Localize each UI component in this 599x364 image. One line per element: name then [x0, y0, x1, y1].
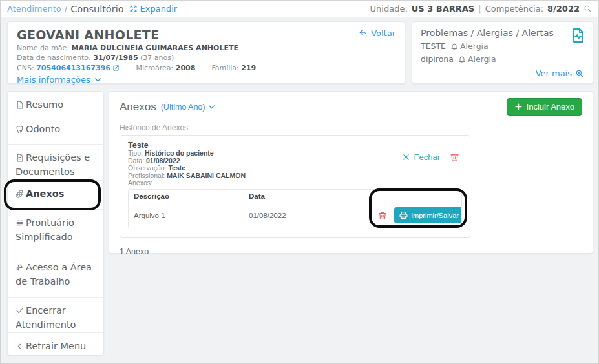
plus-icon [514, 103, 523, 111]
sidebar-item-prontuario[interactable]: Prontuário Simplificado [8, 210, 103, 254]
allergy-tag: Alergia [458, 54, 496, 64]
paperclip-icon [16, 190, 24, 198]
patient-birth-line: Data de nascimento: 31/07/1985 (37 anos) [17, 54, 395, 62]
more-info-label: Mais informações [17, 75, 90, 85]
anexos-panel: Anexos (Último Ano) Incluir Anexo Histór… [109, 91, 593, 254]
file-medical-icon[interactable] [570, 28, 585, 43]
more-info-link[interactable]: Mais informações [17, 75, 102, 85]
top-bar: Atendimento / Consultório Expandir Unida… [1, 1, 598, 17]
delete-attachment-trash-icon[interactable] [378, 211, 387, 220]
attachment-record-card: Teste Tipo: Histórico do paciente Data: … [120, 135, 470, 238]
mother-label: Nome da mãe: [17, 44, 69, 52]
sidebar-item-encerrar[interactable]: Encerrar Atendimento [8, 298, 103, 333]
competence-value: 8/2022 [547, 4, 580, 14]
sidebar-item-acesso-area-trabalho[interactable]: Acesso a Área de Trabalho [8, 254, 103, 298]
sidebar-item-anexos[interactable]: Anexos [8, 181, 103, 210]
record-prof-line: Profissional: MAIK SABAINI CALMON [128, 172, 462, 180]
allergy-label: Alergia [468, 54, 496, 64]
attachment-count: 1 Anexo [120, 247, 582, 256]
external-link-icon[interactable] [112, 65, 120, 72]
record-attachments-label: Anexos: [128, 179, 462, 187]
document-icon [16, 101, 24, 109]
breadcrumb-consultorio: Consultório [70, 4, 123, 14]
sidebar-item-resumo[interactable]: Resumo [8, 92, 103, 116]
anexos-header: Anexos (Último Ano) Incluir Anexo [120, 98, 582, 116]
problems-title: Problemas / Alergias / Alertas [421, 28, 584, 38]
back-arrow-icon [359, 29, 368, 38]
cns-value-link[interactable]: 705406413167396 [36, 64, 110, 72]
expand-icon [129, 5, 138, 13]
birth-value: 31/07/1985 [93, 54, 138, 62]
competence-label: Competência: [485, 4, 543, 14]
chevron-left-icon [16, 342, 24, 350]
family-value: 219 [241, 64, 256, 72]
header-data: Data [244, 190, 373, 203]
problem-name: TESTE [421, 41, 446, 51]
sidebar-item-label: Retrair Menu [26, 341, 86, 351]
mother-value: MARIA DULCINEIA GUIMARAES ANHOLETE [72, 44, 238, 52]
table-row: Arquivo 1 01/08/2022 Imprimir/Salvar [129, 203, 461, 228]
see-more-label: Ver mais [536, 68, 572, 78]
breadcrumb-atendimento[interactable]: Atendimento [7, 4, 61, 14]
type-label: Tipo: [128, 149, 143, 157]
record-actions: Fechar [402, 152, 459, 162]
birth-age: (37 anos) [140, 54, 174, 62]
obs-label: Observação: [128, 164, 167, 172]
printer-icon [399, 211, 408, 219]
sidebar-item-label: Requisições e Documentos [16, 152, 90, 177]
chevron-down-icon [207, 103, 216, 111]
incluir-anexo-button[interactable]: Incluir Anexo [507, 98, 582, 116]
pin-icon [16, 263, 24, 272]
unit-value: US 3 BARRAS [412, 4, 474, 14]
expand-button[interactable]: Expandir [129, 4, 178, 14]
unit-label: Unidade: [370, 4, 408, 14]
cell-actions: Imprimir/Salvar [373, 205, 462, 226]
imprimir-salvar-label: Imprimir/Salvar [411, 212, 459, 219]
table-header-row: Descrição Data [129, 190, 461, 203]
sidebar-item-requisicoes[interactable]: Requisições e Documentos [8, 145, 103, 181]
allergy-bell-icon [450, 43, 458, 50]
allergy-tag: Alergia [450, 41, 489, 51]
obs-value: Teste [168, 164, 185, 172]
search-icon[interactable] [583, 5, 592, 13]
sidebar-item-label: Odonto [26, 124, 60, 134]
sidebar-menu: Resumo Odonto Requisições e Documentos A… [7, 91, 104, 356]
fechar-button[interactable]: Fechar [402, 152, 440, 162]
allergy-bell-icon [458, 56, 466, 63]
close-icon [402, 153, 410, 161]
problem-item: dipirona Alergia [421, 54, 584, 64]
sidebar-item-odonto[interactable]: Odonto [8, 116, 103, 145]
cns-label: CNS: [17, 64, 34, 72]
attachments-table: Descrição Data Arquivo 1 01/08/2022 Impr… [128, 189, 462, 228]
patient-ids-line: CNS: 705406413167396 Microárea: 2008 Fam… [17, 64, 395, 72]
birth-label: Data de nascimento: [17, 54, 91, 62]
sidebar-item-label: Encerrar Atendimento [16, 305, 76, 330]
check-icon [16, 307, 24, 315]
date-label: Data: [128, 157, 144, 165]
document-icon [16, 154, 24, 162]
period-filter-label: (Último Ano) [161, 103, 205, 112]
back-button[interactable]: Voltar [359, 28, 395, 38]
microarea-label: Microárea: [136, 64, 173, 72]
back-label: Voltar [371, 28, 395, 38]
header-descricao: Descrição [129, 190, 244, 203]
breadcrumb-separator: / [65, 4, 67, 14]
allergy-label: Alergia [460, 41, 489, 51]
sidebar-item-retrair-menu[interactable]: Retrair Menu [8, 333, 103, 356]
expand-label: Expandir [140, 4, 178, 14]
patient-name: GEOVANI ANHOLETE [17, 28, 395, 42]
zoom-in-icon [575, 69, 584, 78]
sidebar-item-label: Resumo [26, 99, 63, 110]
record-title: Teste [128, 141, 462, 150]
delete-record-trash-icon[interactable] [450, 152, 459, 162]
problems-card: Problemas / Alergias / Alertas TESTE Ale… [412, 21, 593, 84]
panel-title: Anexos [120, 101, 156, 114]
tooth-icon [16, 125, 24, 134]
header-actions [373, 194, 461, 199]
topbar-context: Unidade: US 3 BARRAS | Competência: 8/20… [370, 4, 592, 14]
imprimir-salvar-button[interactable]: Imprimir/Salvar [394, 207, 462, 223]
topbar-divider: | [478, 4, 481, 14]
sidebar-item-label: Anexos [26, 188, 64, 199]
see-more-link[interactable]: Ver mais [536, 68, 584, 78]
period-filter-link[interactable]: (Último Ano) [161, 103, 216, 112]
